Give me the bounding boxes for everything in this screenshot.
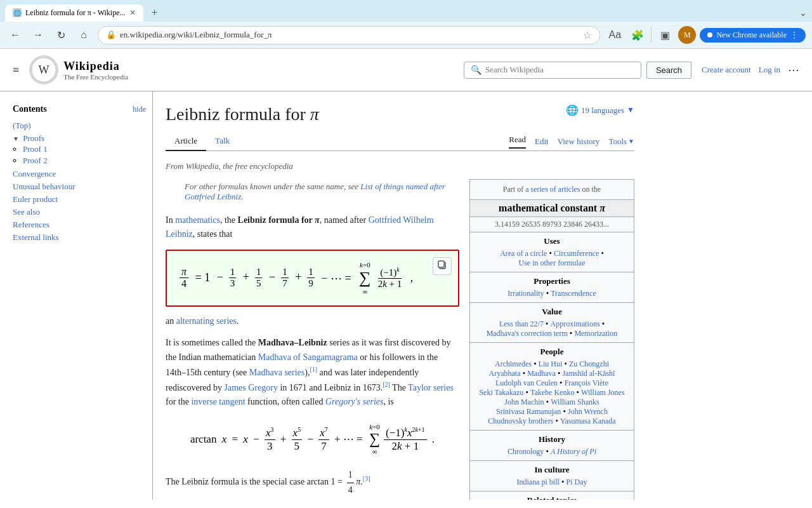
mathematics-link[interactable]: mathematics (175, 215, 220, 225)
infobox-link-wrench[interactable]: John Wrench (568, 407, 608, 416)
forward-button[interactable]: → (29, 26, 47, 44)
home-button[interactable]: ⌂ (75, 26, 93, 44)
address-bar[interactable]: 🔒 en.wikipedia.org/wiki/Leibniz_formula_… (98, 26, 600, 44)
hatnote-link[interactable]: List of things named after Gottfried Lei… (185, 182, 445, 201)
infobox-link-22-7[interactable]: Less than 22/7 (499, 319, 544, 328)
toc-link-seealso[interactable]: See also (13, 207, 40, 217)
sidebar-button[interactable]: ▣ (655, 25, 674, 44)
infobox-link-archimedes[interactable]: Archimedes (495, 359, 532, 368)
infobox-link-liuhui[interactable]: Liu Hui (539, 359, 563, 368)
infobox-series-link[interactable]: a series of articles (525, 185, 580, 194)
toc-hide-button[interactable]: hide (133, 105, 146, 114)
expand-icon[interactable]: ⌄ (799, 8, 807, 18)
infobox-link-shanks[interactable]: William Shanks (551, 398, 599, 406)
wiki-logo-link[interactable]: W Wikipedia The Free Encyclopedia (29, 55, 128, 84)
infobox-link-machin[interactable]: John Machin (504, 398, 544, 406)
languages-button[interactable]: 🌐 19 languages ▼ (566, 104, 634, 116)
create-account-link[interactable]: Create account (702, 65, 751, 75)
infobox-link-kanada[interactable]: Yasumasa Kanada (560, 417, 616, 425)
formula-sum-term: (−1)k 2k + 1 (376, 266, 404, 290)
infobox-link-madhava[interactable]: Madhava (527, 369, 556, 378)
tab-tools[interactable]: Tools ▼ (608, 137, 634, 147)
infobox-link-indiana[interactable]: Indiana pi bill (517, 478, 560, 486)
infobox-link-piday[interactable]: Pi Day (566, 478, 587, 486)
tab-close-button[interactable]: ✕ (129, 8, 136, 18)
infobox-link-formulae[interactable]: Use in other formulae (519, 258, 586, 267)
infobox-link-zuchongzhi[interactable]: Zu Chongzhi (569, 359, 609, 368)
james-gregory-link[interactable]: James Gregory (225, 383, 278, 392)
infobox-history-title: History (475, 434, 629, 444)
profile-icon[interactable]: M (678, 26, 696, 44)
article-tabs-left: Article Talk (166, 132, 239, 150)
infobox-link-transcendence[interactable]: Transcendence (551, 289, 596, 298)
article-title: Leibniz formula for π (166, 104, 319, 124)
toc-item-top: (Top) (13, 119, 146, 132)
hamburger-menu-button[interactable]: ≡ (13, 64, 19, 77)
wiki-name: Wikipedia (63, 60, 128, 73)
madhava-link[interactable]: Madhava of Sangamagrama (258, 352, 358, 362)
tab-edit[interactable]: Edit (535, 137, 549, 147)
tab-read[interactable]: Read (509, 135, 526, 149)
toc-link-references[interactable]: References (13, 220, 49, 229)
toc-link-euler[interactable]: Euler product (13, 194, 58, 204)
toc-link-proof2[interactable]: Proof 2 (23, 156, 48, 165)
infobox-link-ludolph[interactable]: Ludolph van Ceulen (495, 378, 558, 387)
infobox-link-approx[interactable]: Approximations (551, 319, 600, 328)
tab-article[interactable]: Article (166, 132, 206, 151)
bookmark-icon[interactable]: ☆ (583, 29, 592, 41)
toc-item-convergence: Convergence (13, 168, 146, 180)
search-input[interactable] (485, 65, 634, 75)
toc-link-proof1[interactable]: Proof 1 (23, 144, 48, 154)
infobox-link-chudnovsky[interactable]: Chudnovsky brothers (488, 417, 553, 425)
infobox-part-of: Part of (503, 185, 525, 194)
alternating-series-link[interactable]: alternating series (176, 316, 237, 326)
infobox-link-madhava-correction[interactable]: Madhava's correction term (487, 329, 568, 338)
collapse-icon[interactable]: ▼ (13, 135, 19, 142)
ref3-link[interactable]: [3] (363, 476, 370, 483)
new-tab-button[interactable]: + (146, 4, 164, 22)
infobox-link-chronology[interactable]: Chronology (508, 447, 544, 456)
article-description: From Wikipedia, the free encyclopedia (166, 161, 634, 171)
infobox-link-circumference[interactable]: Circumference (554, 249, 599, 258)
infobox-link-viete[interactable]: François Viète (565, 378, 608, 387)
toc-link-external[interactable]: External links (13, 232, 59, 242)
madhava-series-link[interactable]: Madhava series (249, 368, 304, 377)
new-chrome-badge[interactable]: New Chrome available ⋮ (700, 28, 806, 43)
more-options-button[interactable]: ⋯ (788, 63, 799, 77)
tab-talk[interactable]: Talk (206, 132, 239, 151)
infobox-link-ramanujan[interactable]: Srinivasa Ramanujan (496, 407, 561, 416)
wiki-toc: Contents hide (Top) ▼ Proofs Proof 1 Pro… (13, 91, 152, 500)
inverse-tangent-link[interactable]: inverse tangent (191, 397, 245, 406)
infobox-link-seki[interactable]: Seki Takakazu (479, 388, 523, 397)
toc-item-proof2: Proof 2 (23, 155, 146, 166)
toc-link-convergence[interactable]: Convergence (13, 169, 56, 178)
toc-link-unusual[interactable]: Unusual behaviour (13, 182, 75, 191)
reload-button[interactable]: ↻ (52, 26, 70, 44)
tab-view-history[interactable]: View history (558, 137, 600, 147)
search-button[interactable]: Search (646, 62, 691, 79)
infobox-link-irrationality[interactable]: Irrationality (508, 289, 544, 298)
infobox-link-history-pi[interactable]: A History of Pi (551, 447, 596, 456)
wiki-header: ≡ W Wikipedia The Free Encyclopedia 🔍 Se… (0, 49, 812, 91)
infobox-people-title: People (475, 347, 629, 357)
infobox-link-jamshid[interactable]: Jamshīd al-Kāshī (562, 369, 615, 378)
toc-link-proofs[interactable]: Proofs (23, 133, 44, 143)
back-button[interactable]: ← (6, 26, 24, 44)
infobox-history-links: Chronology • A History of Pi (475, 447, 629, 457)
url-text: en.wikipedia.org/wiki/Leibniz_formula_fo… (120, 30, 579, 40)
toc-item-seealso: See also (13, 206, 146, 218)
infobox-link-takebe[interactable]: Takebe Kenko (530, 388, 574, 397)
toc-link-top[interactable]: (Top) (13, 121, 31, 130)
log-in-link[interactable]: Log in (759, 65, 780, 75)
reader-mode-button[interactable]: Aa (605, 25, 624, 44)
infobox-link-aryabhata[interactable]: Aryabhata (489, 369, 521, 378)
formula-copy-button[interactable] (433, 257, 452, 275)
infobox-link-area[interactable]: Area of a circle (500, 249, 547, 258)
gregorys-series-link[interactable]: Gregory's series (325, 397, 384, 406)
taylor-series-link[interactable]: Taylor series (408, 383, 454, 392)
infobox-link-memorization[interactable]: Memorization (574, 329, 617, 338)
infobox-link-jones[interactable]: William Jones (581, 388, 625, 397)
extension-button[interactable]: 🧩 (628, 25, 647, 44)
infobox-uses-links: Area of a circle • Circumference • Use i… (475, 249, 629, 268)
active-tab[interactable]: 🌐 Leibniz formula for π - Wikipe... ✕ (5, 4, 143, 22)
